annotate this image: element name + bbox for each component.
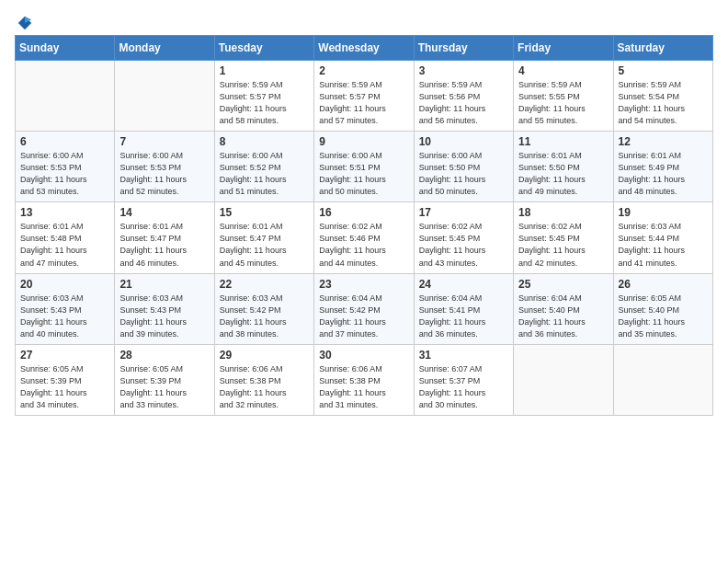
day-number: 24 [419, 278, 508, 291]
day-info: Sunrise: 6:02 AM Sunset: 5:46 PM Dayligh… [319, 221, 408, 269]
day-number: 9 [319, 135, 408, 148]
calendar-cell: 25Sunrise: 6:04 AM Sunset: 5:40 PM Dayli… [514, 273, 613, 344]
day-info: Sunrise: 5:59 AM Sunset: 5:55 PM Dayligh… [518, 79, 608, 127]
calendar-cell: 19Sunrise: 6:03 AM Sunset: 5:44 PM Dayli… [613, 202, 712, 273]
day-number: 14 [119, 206, 209, 219]
week-row-4: 27Sunrise: 6:05 AM Sunset: 5:39 PM Dayli… [16, 344, 713, 415]
calendar-cell [613, 344, 712, 415]
calendar-cell: 28Sunrise: 6:05 AM Sunset: 5:39 PM Dayli… [115, 344, 214, 415]
day-info: Sunrise: 6:01 AM Sunset: 5:48 PM Dayligh… [20, 221, 109, 269]
calendar-cell: 11Sunrise: 6:01 AM Sunset: 5:50 PM Dayli… [514, 132, 613, 202]
calendar-cell: 10Sunrise: 6:00 AM Sunset: 5:50 PM Dayli… [414, 132, 513, 202]
day-info: Sunrise: 5:59 AM Sunset: 5:54 PM Dayligh… [619, 79, 708, 127]
day-number: 1 [220, 64, 309, 77]
day-info: Sunrise: 6:06 AM Sunset: 5:38 PM Dayligh… [220, 363, 309, 411]
calendar-cell: 31Sunrise: 6:07 AM Sunset: 5:37 PM Dayli… [414, 344, 513, 415]
calendar-cell: 15Sunrise: 6:01 AM Sunset: 5:47 PM Dayli… [214, 202, 313, 273]
calendar-cell: 1Sunrise: 5:59 AM Sunset: 5:57 PM Daylig… [214, 61, 313, 132]
day-info: Sunrise: 6:03 AM Sunset: 5:44 PM Dayligh… [619, 221, 708, 269]
calendar-cell: 9Sunrise: 6:00 AM Sunset: 5:51 PM Daylig… [314, 132, 414, 202]
calendar-cell: 22Sunrise: 6:03 AM Sunset: 5:42 PM Dayli… [214, 273, 313, 344]
day-info: Sunrise: 6:01 AM Sunset: 5:47 PM Dayligh… [119, 221, 209, 269]
day-info: Sunrise: 6:05 AM Sunset: 5:39 PM Dayligh… [20, 363, 109, 411]
day-info: Sunrise: 6:04 AM Sunset: 5:42 PM Dayligh… [319, 293, 408, 340]
calendar-cell: 20Sunrise: 6:03 AM Sunset: 5:43 PM Dayli… [16, 273, 115, 344]
calendar-cell: 29Sunrise: 6:06 AM Sunset: 5:38 PM Dayli… [214, 344, 313, 415]
calendar-cell: 2Sunrise: 5:59 AM Sunset: 5:57 PM Daylig… [314, 61, 414, 132]
day-number: 6 [20, 135, 109, 148]
day-number: 23 [319, 278, 408, 291]
day-number: 17 [419, 206, 508, 219]
day-number: 15 [220, 206, 309, 219]
day-number: 12 [619, 135, 708, 148]
day-number: 10 [419, 135, 508, 148]
day-info: Sunrise: 6:01 AM Sunset: 5:49 PM Dayligh… [619, 150, 708, 198]
day-info: Sunrise: 6:00 AM Sunset: 5:53 PM Dayligh… [119, 150, 209, 198]
day-number: 21 [119, 278, 209, 291]
calendar-cell [115, 61, 214, 132]
day-number: 11 [518, 135, 608, 148]
calendar-cell: 30Sunrise: 6:06 AM Sunset: 5:38 PM Dayli… [314, 344, 414, 415]
day-number: 25 [518, 278, 608, 291]
dow-monday: Monday [115, 36, 214, 61]
calendar-cell: 24Sunrise: 6:04 AM Sunset: 5:41 PM Dayli… [414, 273, 513, 344]
calendar-cell [16, 61, 115, 132]
week-row-3: 20Sunrise: 6:03 AM Sunset: 5:43 PM Dayli… [16, 273, 713, 344]
calendar-cell: 18Sunrise: 6:02 AM Sunset: 5:45 PM Dayli… [514, 202, 613, 273]
dow-saturday: Saturday [613, 36, 712, 61]
day-number: 2 [319, 64, 408, 77]
calendar-cell: 23Sunrise: 6:04 AM Sunset: 5:42 PM Dayli… [314, 273, 414, 344]
day-info: Sunrise: 6:04 AM Sunset: 5:40 PM Dayligh… [518, 293, 608, 340]
day-number: 22 [220, 278, 309, 291]
day-number: 7 [119, 135, 209, 148]
calendar-cell: 6Sunrise: 6:00 AM Sunset: 5:53 PM Daylig… [16, 132, 115, 202]
calendar-cell: 16Sunrise: 6:02 AM Sunset: 5:46 PM Dayli… [314, 202, 414, 273]
calendar-cell: 27Sunrise: 6:05 AM Sunset: 5:39 PM Dayli… [16, 344, 115, 415]
day-number: 30 [319, 349, 408, 362]
day-info: Sunrise: 5:59 AM Sunset: 5:57 PM Dayligh… [220, 79, 309, 127]
dow-friday: Friday [514, 36, 613, 61]
day-of-week-header-row: SundayMondayTuesdayWednesdayThursdayFrid… [16, 36, 713, 61]
dow-tuesday: Tuesday [214, 36, 313, 61]
day-info: Sunrise: 6:01 AM Sunset: 5:47 PM Dayligh… [220, 221, 309, 269]
day-info: Sunrise: 6:04 AM Sunset: 5:41 PM Dayligh… [419, 293, 508, 340]
calendar-cell: 26Sunrise: 6:05 AM Sunset: 5:40 PM Dayli… [613, 273, 712, 344]
day-info: Sunrise: 6:02 AM Sunset: 5:45 PM Dayligh… [518, 221, 608, 269]
dow-sunday: Sunday [16, 36, 115, 61]
day-info: Sunrise: 6:05 AM Sunset: 5:39 PM Dayligh… [119, 363, 209, 411]
calendar-cell: 7Sunrise: 6:00 AM Sunset: 5:53 PM Daylig… [115, 132, 214, 202]
calendar-cell [514, 344, 613, 415]
week-row-1: 6Sunrise: 6:00 AM Sunset: 5:53 PM Daylig… [16, 132, 713, 202]
day-info: Sunrise: 6:00 AM Sunset: 5:52 PM Dayligh… [220, 150, 309, 198]
calendar-cell: 13Sunrise: 6:01 AM Sunset: 5:48 PM Dayli… [16, 202, 115, 273]
day-number: 3 [419, 64, 508, 77]
dow-thursday: Thursday [414, 36, 513, 61]
day-number: 26 [619, 278, 708, 291]
day-number: 28 [119, 349, 209, 362]
day-number: 19 [619, 206, 708, 219]
day-number: 29 [220, 349, 309, 362]
day-info: Sunrise: 5:59 AM Sunset: 5:56 PM Dayligh… [419, 79, 508, 127]
day-number: 8 [220, 135, 309, 148]
day-info: Sunrise: 6:03 AM Sunset: 5:43 PM Dayligh… [119, 293, 209, 340]
calendar-cell: 3Sunrise: 5:59 AM Sunset: 5:56 PM Daylig… [414, 61, 513, 132]
day-number: 16 [319, 206, 408, 219]
calendar-cell: 12Sunrise: 6:01 AM Sunset: 5:49 PM Dayli… [613, 132, 712, 202]
day-number: 4 [518, 64, 608, 77]
logo [15, 15, 33, 28]
day-info: Sunrise: 6:02 AM Sunset: 5:45 PM Dayligh… [419, 221, 508, 269]
calendar-table: SundayMondayTuesdayWednesdayThursdayFrid… [15, 35, 713, 416]
day-info: Sunrise: 6:06 AM Sunset: 5:38 PM Dayligh… [319, 363, 408, 411]
day-number: 20 [20, 278, 109, 291]
day-number: 18 [518, 206, 608, 219]
calendar-cell: 17Sunrise: 6:02 AM Sunset: 5:45 PM Dayli… [414, 202, 513, 273]
day-number: 27 [20, 349, 109, 362]
calendar-cell: 21Sunrise: 6:03 AM Sunset: 5:43 PM Dayli… [115, 273, 214, 344]
week-row-0: 1Sunrise: 5:59 AM Sunset: 5:57 PM Daylig… [16, 61, 713, 132]
calendar-cell: 14Sunrise: 6:01 AM Sunset: 5:47 PM Dayli… [115, 202, 214, 273]
day-info: Sunrise: 6:03 AM Sunset: 5:42 PM Dayligh… [220, 293, 309, 340]
day-info: Sunrise: 6:00 AM Sunset: 5:51 PM Dayligh… [319, 150, 408, 198]
calendar-cell: 8Sunrise: 6:00 AM Sunset: 5:52 PM Daylig… [214, 132, 313, 202]
day-info: Sunrise: 6:05 AM Sunset: 5:40 PM Dayligh… [619, 293, 708, 340]
day-number: 13 [20, 206, 109, 219]
